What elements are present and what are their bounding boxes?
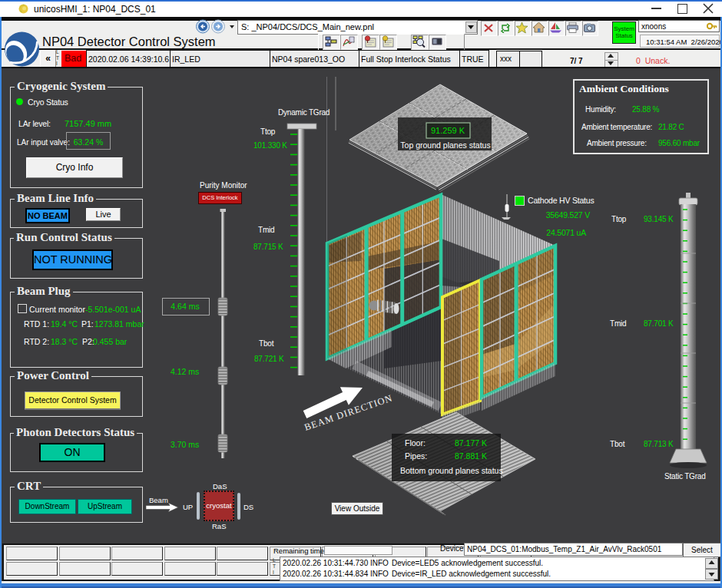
svg-text:87.881 K: 87.881 K bbox=[455, 451, 487, 461]
svg-text:Floor:: Floor: bbox=[405, 438, 426, 448]
svg-text:Bottom ground planes status: Bottom ground planes status bbox=[400, 466, 503, 475]
svg-text:87.177 K: 87.177 K bbox=[455, 438, 487, 448]
svg-text:Top ground planes status: Top ground planes status bbox=[400, 140, 490, 150]
svg-text:91.259 K: 91.259 K bbox=[431, 126, 465, 135]
svg-text:Pipes:: Pipes: bbox=[405, 451, 427, 461]
